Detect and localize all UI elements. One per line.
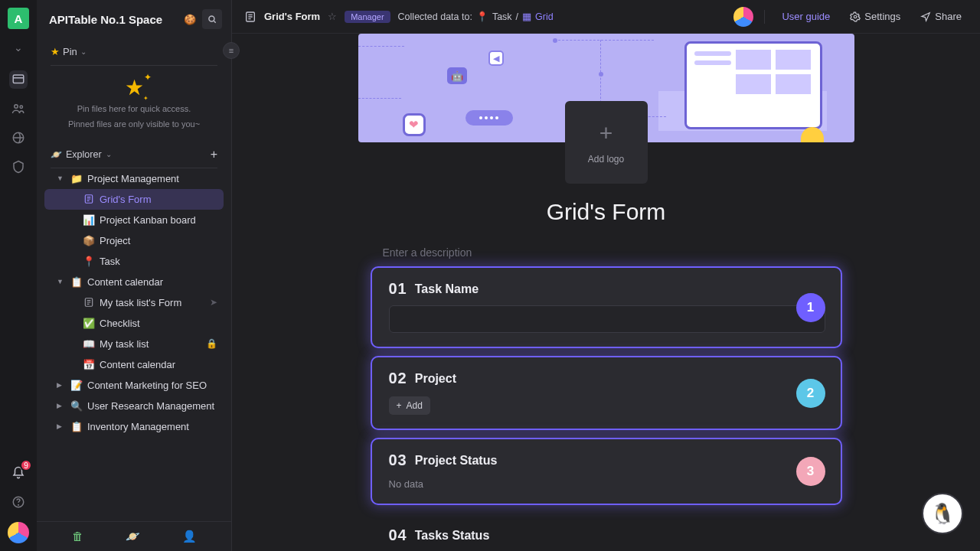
kanban-icon: 📊 — [83, 214, 95, 226]
folder-content-calendar[interactable]: ▼ 📋 Content calendar — [44, 272, 224, 292]
trash-button[interactable]: 🗑 — [72, 530, 83, 543]
check-icon: ✅ — [83, 318, 95, 329]
star-icon: ★ — [51, 46, 60, 57]
arrow-icon: ◀ — [488, 51, 504, 66]
sidebar: APITable No.1 Space 🍪 ★ Pin ⌄ ★ ✦✦ Pin f… — [37, 0, 232, 551]
step-bubble-3: 3 — [796, 457, 825, 486]
search-button[interactable] — [202, 9, 222, 29]
form-canvas[interactable]: ❤ 🤖 ◀ + Add logo Grid's Form Enter a des… — [232, 34, 980, 551]
plus-icon: + — [599, 120, 613, 146]
add-logo-button[interactable]: + Add logo — [565, 101, 648, 184]
svg-point-10 — [854, 15, 858, 18]
form-icon — [83, 297, 95, 308]
step-bubble-2: 2 — [796, 379, 825, 408]
task-name-input[interactable] — [389, 305, 825, 333]
memo-icon: 📝 — [70, 380, 83, 391]
nav-settings-icon[interactable] — [9, 158, 28, 176]
field-number: 01 — [389, 280, 407, 298]
caret-right-icon[interactable]: ▶ — [57, 422, 66, 430]
topbar: Grid's Form ☆ Manager Collected data to:… — [232, 0, 980, 34]
field-task-name[interactable]: 01 Task Name 1 — [371, 266, 842, 348]
explorer-header[interactable]: 🪐 Explorer ⌄ + — [37, 142, 231, 168]
folder-seo[interactable]: ▶ 📝 Content Marketing for SEO — [44, 375, 224, 396]
form-icon — [83, 194, 95, 204]
chevron-down-icon: ⌄ — [80, 47, 87, 56]
form-description-placeholder[interactable]: Enter a description — [383, 246, 854, 259]
folder-urm[interactable]: ▶ 🔍 User Research Management — [44, 396, 224, 416]
field-tasks-status[interactable]: 04 Tasks Status — [371, 513, 842, 546]
form-title[interactable]: Grid's Form — [358, 199, 854, 225]
assistant-mascot[interactable]: 🐧 — [922, 493, 963, 534]
caret-right-icon[interactable]: ▶ — [57, 381, 66, 389]
pin-icon: 📍 — [83, 256, 95, 267]
add-node-button[interactable]: + — [211, 148, 217, 161]
notifications-icon[interactable]: 9 — [9, 464, 28, 482]
divider — [51, 65, 217, 66]
tree-label: Checklist — [100, 318, 140, 329]
node-mytasklist[interactable]: 📖 My task list 🔒 — [44, 334, 224, 354]
node-content-calendar[interactable]: 📅 Content calendar — [44, 354, 224, 375]
planet-button[interactable]: 🪐 — [126, 530, 140, 543]
breadcrumb-grid[interactable]: Grid — [535, 11, 554, 22]
tree-label: Project Kanban board — [100, 214, 196, 226]
sidebar-footer: 🗑 🪐 👤 — [37, 521, 231, 551]
pin-icon: 📍 — [476, 11, 488, 22]
caret-down-icon[interactable]: ▼ — [57, 278, 66, 285]
svg-point-2 — [20, 106, 22, 108]
tree-label: Content calendar — [87, 276, 163, 288]
node-grids-form[interactable]: Grid's Form — [44, 189, 224, 210]
folder-icon: 📁 — [70, 173, 83, 184]
explorer-tree: ▼ 📁 Project Management Grid's Form 📊 Pro… — [37, 168, 231, 521]
main-area: Grid's Form ☆ Manager Collected data to:… — [232, 0, 980, 551]
field-label: Tasks Status — [415, 529, 490, 543]
folder-inventory[interactable]: ▶ 📋 Inventory Management — [44, 416, 224, 437]
role-badge: Manager — [345, 11, 390, 23]
svg-point-6 — [209, 16, 214, 21]
caret-down-icon[interactable]: ▼ — [57, 174, 66, 182]
caret-right-icon[interactable]: ▶ — [57, 402, 66, 409]
settings-button[interactable]: Settings — [844, 11, 906, 22]
user-avatar[interactable] — [733, 7, 753, 27]
workspace-switcher-chevron[interactable]: ⌄ — [14, 41, 23, 54]
grid-icon: ▦ — [522, 11, 531, 22]
plus-icon: + — [397, 400, 402, 411]
node-task[interactable]: 📍 Task — [44, 251, 224, 272]
favorite-button[interactable]: ☆ — [328, 11, 337, 22]
planet-icon: 🪐 — [51, 149, 62, 160]
heart-icon: ❤ — [403, 113, 426, 136]
add-project-button[interactable]: + Add — [389, 396, 430, 415]
field-label: Project — [415, 372, 456, 386]
tree-label: User Research Management — [87, 400, 214, 412]
collected-label: Collected data to: — [398, 11, 472, 22]
user-guide-link[interactable]: User guide — [776, 11, 836, 22]
svg-point-1 — [15, 105, 18, 109]
pin-section-toggle[interactable]: ★ Pin ⌄ — [51, 43, 217, 60]
folder-project-management[interactable]: ▼ 📁 Project Management — [44, 168, 224, 189]
field-project-status[interactable]: 03 Project Status No data 3 — [371, 438, 842, 505]
help-icon[interactable] — [9, 493, 28, 511]
notifications-badge: 9 — [20, 459, 32, 471]
nav-workbench-icon[interactable] — [9, 70, 28, 89]
space-emoji: 🍪 — [184, 14, 196, 25]
breadcrumb-task[interactable]: Task — [492, 11, 512, 22]
node-mytasklist-form[interactable]: My task list's Form ➤ — [44, 292, 224, 313]
node-project[interactable]: 📦 Project — [44, 230, 224, 251]
node-checklist[interactable]: ✅ Checklist — [44, 313, 224, 334]
collapse-sidebar-button[interactable]: ≡ — [223, 42, 240, 59]
send-icon[interactable]: ➤ — [210, 297, 217, 308]
brand-logo-icon[interactable] — [8, 522, 29, 543]
tree-label: Grid's Form — [100, 194, 151, 205]
field-project[interactable]: 02 Project + Add 2 — [371, 356, 842, 430]
svg-point-5 — [18, 504, 19, 505]
node-kanban[interactable]: 📊 Project Kanban board — [44, 210, 224, 230]
invite-button[interactable]: 👤 — [182, 530, 197, 543]
workspace-avatar[interactable]: A — [8, 8, 29, 29]
nav-contacts-icon[interactable] — [9, 99, 28, 118]
page-title: Grid's Form — [264, 11, 320, 22]
tree-label: Content calendar — [100, 359, 175, 370]
space-name: APITable No.1 Space — [49, 13, 178, 26]
nav-template-icon[interactable] — [9, 129, 28, 147]
space-header[interactable]: APITable No.1 Space 🍪 — [37, 0, 231, 37]
tree-label: Content Marketing for SEO — [87, 380, 207, 391]
share-button[interactable]: Share — [914, 11, 968, 22]
